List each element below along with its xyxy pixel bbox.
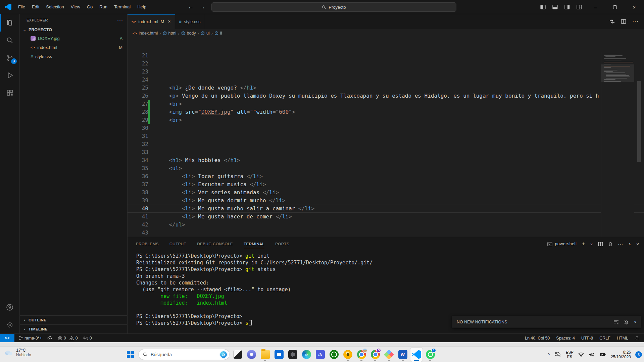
code-line-42[interactable]: 42 </ul> (128, 221, 644, 229)
kill-terminal-trash-icon[interactable] (608, 242, 613, 247)
code-line-40[interactable]: 40 <li> Me gusta mucho salir a caminar <… (128, 205, 644, 213)
microsoft-store-icon[interactable] (273, 348, 285, 362)
maximize-panel-icon[interactable]: ∧ (628, 242, 631, 246)
wifi-icon[interactable] (578, 352, 584, 357)
task-view-icon[interactable] (232, 348, 244, 362)
shell-selector[interactable]: powershell (547, 242, 577, 247)
outline-section[interactable]: › OUTLINE (20, 315, 127, 324)
explorer-more-actions-icon[interactable]: ··· (117, 17, 123, 23)
menu-help[interactable]: Help (134, 3, 150, 11)
diamond-app-icon[interactable] (383, 348, 395, 362)
language-indicator[interactable]: ESP ES (566, 350, 574, 359)
bing-icon[interactable]: b (219, 351, 228, 359)
code-line-24[interactable]: 24 (128, 76, 644, 84)
weather-widget[interactable]: 17°C Nublado (4, 348, 31, 357)
volume-icon[interactable] (589, 352, 595, 357)
code-line-28[interactable]: 28 <img src="DOXEY.jpg" alt=""width="600… (128, 108, 644, 116)
panel-more-actions-icon[interactable]: ··· (618, 242, 623, 247)
vscode-icon[interactable] (410, 348, 423, 362)
close-tab-icon[interactable]: × (168, 19, 170, 24)
breadcrumb-ul[interactable]: ul (206, 31, 210, 36)
maximize-button[interactable] (605, 0, 625, 14)
code-line-39[interactable]: 39 <li> Me gusta dormir mucho </li> (128, 197, 644, 205)
breadcrumb-file[interactable]: index.html (139, 31, 158, 36)
toggle-panel-icon[interactable] (552, 4, 558, 10)
tab-index-html[interactable]: <> index.html M × (128, 14, 175, 29)
language-mode[interactable]: HTML (617, 336, 628, 341)
explorer-activity-icon[interactable] (0, 14, 20, 32)
minimize-button[interactable]: – (586, 0, 605, 14)
tab-debug-console[interactable]: DEBUG CONSOLE (197, 237, 233, 251)
toggle-primary-sidebar-icon[interactable] (540, 4, 546, 10)
dark-gem-app-icon[interactable] (287, 348, 299, 362)
clock[interactable]: 8:26 25/10/2023 (611, 350, 631, 359)
notification-count-badge[interactable]: 3 (635, 351, 642, 358)
command-center-search[interactable]: Proyecto (211, 2, 456, 12)
code-line-21[interactable]: 21 (128, 52, 644, 60)
code-line-33[interactable]: 33 (128, 148, 644, 156)
file-explorer-icon[interactable] (259, 348, 271, 362)
code-line-32[interactable]: 32 (128, 140, 644, 148)
search-activity-icon[interactable] (0, 32, 20, 49)
eol-sequence[interactable]: CRLF (599, 336, 610, 341)
tab-output[interactable]: OUTPUT (169, 237, 186, 251)
code-editor[interactable]: 2122232425 <h1> ¿De donde vengo? </h1>26… (128, 52, 644, 237)
code-line-36[interactable]: 36 <li> Tocar guitarra </li> (128, 172, 644, 180)
notifications-bell-icon[interactable] (635, 335, 639, 341)
code-line-23[interactable]: 23 (128, 68, 644, 76)
menu-go[interactable]: Go (84, 3, 96, 11)
menu-view[interactable]: View (67, 3, 84, 11)
editor-more-actions-icon[interactable]: ··· (632, 18, 639, 24)
breadcrumb-li[interactable]: li (220, 31, 222, 36)
editor-scrollbar[interactable] (637, 81, 641, 162)
git-branch-item[interactable]: rama-3*+ (17, 335, 43, 341)
back-arrow-icon[interactable]: ← (188, 4, 194, 10)
close-panel-icon[interactable]: × (636, 241, 639, 247)
start-button[interactable] (124, 348, 136, 362)
code-line-31[interactable]: 31 (128, 132, 644, 140)
forward-arrow-icon[interactable]: → (200, 4, 205, 10)
new-terminal-icon[interactable]: + (582, 241, 585, 247)
errors-warnings-item[interactable]: 0 0 (57, 336, 79, 341)
sync-changes-item[interactable] (46, 335, 53, 341)
onedrive-paused-icon[interactable] (554, 352, 561, 357)
code-line-34[interactable]: 34 <h1> Mis hobbies </h1> (128, 156, 644, 164)
code-line-43[interactable]: 43 (128, 229, 644, 237)
notification-chevron-icon[interactable]: ∨ (634, 320, 637, 324)
notification-toast[interactable]: NO NEW NOTIFICATIONS ∨ (452, 316, 641, 328)
menu-run[interactable]: Run (96, 3, 111, 11)
do-not-disturb-bell-icon[interactable] (624, 319, 629, 325)
breadcrumb-html[interactable]: html (168, 31, 177, 36)
password-lock-app-icon[interactable] (342, 348, 354, 362)
code-line-22[interactable]: 22 (128, 60, 644, 68)
clear-notifications-icon[interactable] (613, 320, 619, 324)
slash-a-app-icon[interactable]: /A (314, 348, 326, 362)
code-line-26[interactable]: 26 <p> Vengo de un pueblo llamado Doxey … (128, 92, 644, 100)
file-style-css[interactable]: # style.css (20, 52, 127, 61)
folder-proyecto[interactable]: ⌄ PROYECTO (20, 26, 127, 34)
split-terminal-icon[interactable] (598, 242, 603, 247)
extensions-activity-icon[interactable] (0, 84, 20, 101)
split-editor-icon[interactable] (621, 19, 626, 24)
ports-item[interactable]: 0 (82, 336, 93, 341)
toggle-secondary-sidebar-icon[interactable] (564, 4, 570, 10)
chrome-profile-icon[interactable] (355, 348, 367, 362)
code-line-25[interactable]: 25 <h1> ¿De donde vengo? </h1> (128, 84, 644, 92)
close-button[interactable]: × (625, 0, 644, 14)
edge-icon[interactable]: e (300, 348, 312, 362)
word-icon[interactable]: W (397, 348, 409, 362)
teams-chat-icon[interactable] (245, 348, 257, 362)
remote-indicator[interactable]: >< (0, 334, 14, 342)
code-line-30[interactable]: 30 (128, 124, 644, 132)
file-index-html[interactable]: <> index.html M (20, 43, 127, 52)
menu-terminal[interactable]: Terminal (111, 3, 134, 11)
file-doxey-jpg[interactable]: DOXEY.jpg A (20, 34, 127, 43)
battery-icon[interactable] (599, 352, 606, 357)
code-line-37[interactable]: 37 <li> Escuchar musica </li> (128, 180, 644, 189)
breadcrumb-body[interactable]: body (187, 31, 196, 36)
chrome-profile-b-icon[interactable]: B (369, 348, 381, 362)
run-debug-activity-icon[interactable] (0, 66, 20, 84)
tab-style-css[interactable]: # style.css (175, 14, 205, 29)
menu-file[interactable]: File (15, 3, 29, 11)
code-line-27[interactable]: 27 <br> (128, 100, 644, 108)
